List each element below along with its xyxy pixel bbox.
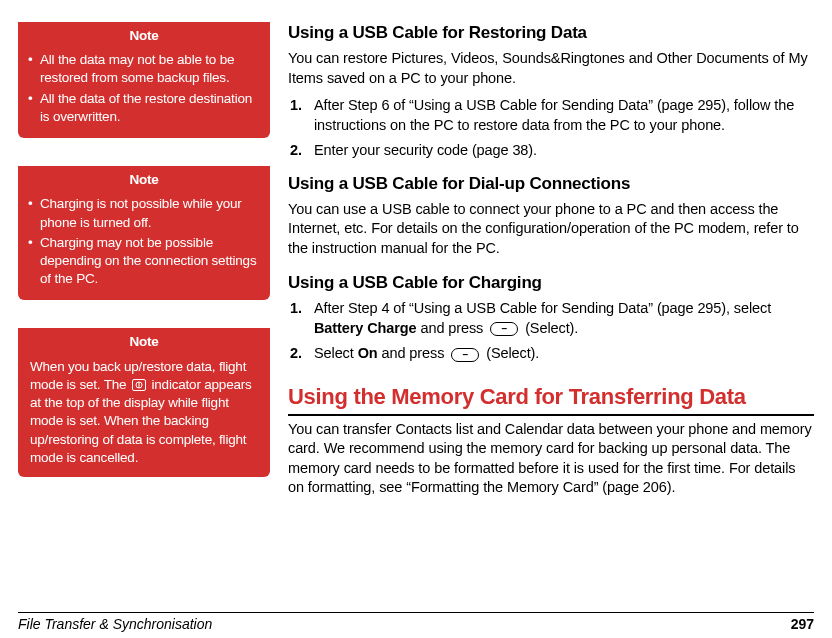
note-body: All the data may not be able to be resto… xyxy=(18,49,270,126)
bold-text: Battery Charge xyxy=(314,320,417,336)
step-text: Enter your security code (page 38). xyxy=(314,141,814,161)
note-title: Note xyxy=(18,166,270,193)
restore-intro: You can restore Pictures, Videos, Sounds… xyxy=(288,49,814,88)
note-flightmode: Note When you back up/restore data, flig… xyxy=(18,328,270,477)
note-body: When you back up/restore data, flight mo… xyxy=(18,356,270,467)
step-number: 2. xyxy=(288,344,314,364)
note-title: Note xyxy=(18,328,270,355)
text: and press xyxy=(417,320,488,336)
footer-section-name: File Transfer & Synchronisation xyxy=(18,616,212,632)
note-item: Charging is not possible while your phon… xyxy=(28,195,260,231)
step-number: 1. xyxy=(288,96,314,135)
note-item: All the data may not be able to be resto… xyxy=(28,51,260,87)
text: and press xyxy=(378,345,449,361)
step: 2. Enter your security code (page 38). xyxy=(288,141,814,161)
step-number: 2. xyxy=(288,141,314,161)
note-item: All the data of the restore destination … xyxy=(28,90,260,126)
step-text: After Step 4 of “Using a USB Cable for S… xyxy=(314,299,814,338)
note-charging: Note Charging is not possible while your… xyxy=(18,166,270,300)
heading-charging: Using a USB Cable for Charging xyxy=(288,272,814,295)
step: 2. Select On and press (Select). xyxy=(288,344,814,364)
dialup-paragraph: You can use a USB cable to connect your … xyxy=(288,200,814,259)
note-title: Note xyxy=(18,22,270,49)
section-title-memory-card: Using the Memory Card for Transferring D… xyxy=(288,382,814,416)
memory-card-paragraph: You can transfer Contacts list and Calen… xyxy=(288,420,814,498)
page-number: 297 xyxy=(791,616,814,632)
heading-restore: Using a USB Cable for Restoring Data xyxy=(288,22,814,45)
text: (Select). xyxy=(521,320,578,336)
text: After Step 4 of “Using a USB Cable for S… xyxy=(314,300,771,316)
step: 1. After Step 6 of “Using a USB Cable fo… xyxy=(288,96,814,135)
note-body: Charging is not possible while your phon… xyxy=(18,193,270,288)
note-restore: Note All the data may not be able to be … xyxy=(18,22,270,138)
step-text: After Step 6 of “Using a USB Cable for S… xyxy=(314,96,814,135)
step: 1. After Step 4 of “Using a USB Cable fo… xyxy=(288,299,814,338)
flight-mode-icon xyxy=(132,379,146,391)
note-item: Charging may not be possible depending o… xyxy=(28,234,260,289)
text: Select xyxy=(314,345,358,361)
step-text: Select On and press (Select). xyxy=(314,344,814,364)
step-number: 1. xyxy=(288,299,314,338)
main-content: Using a USB Cable for Restoring Data You… xyxy=(288,22,814,506)
softkey-icon xyxy=(451,348,479,362)
heading-dialup: Using a USB Cable for Dial-up Connection… xyxy=(288,173,814,196)
bold-text: On xyxy=(358,345,378,361)
softkey-icon xyxy=(490,322,518,336)
text: (Select). xyxy=(482,345,539,361)
sidebar: Note All the data may not be able to be … xyxy=(18,22,270,506)
page-footer: File Transfer & Synchronisation 297 xyxy=(18,612,814,632)
